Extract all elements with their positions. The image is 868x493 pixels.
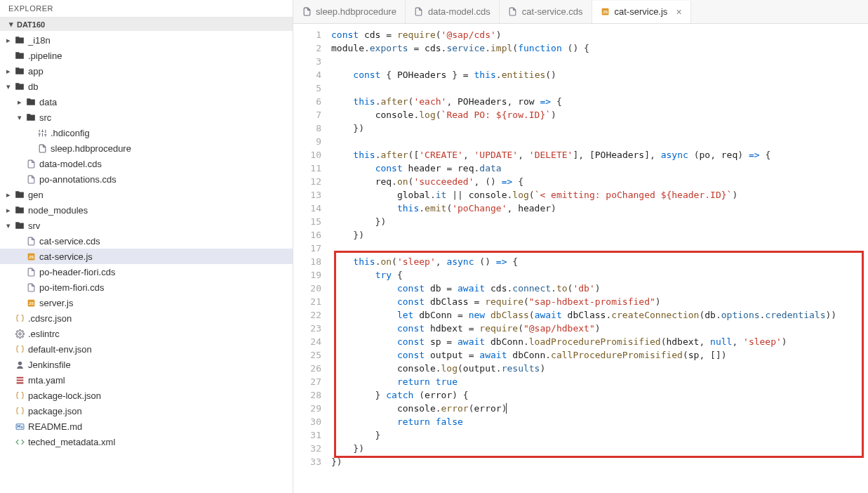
line-number: 6	[293, 95, 321, 108]
code-line[interactable]: this.after(['CREATE', 'UPDATE', 'DELETE'…	[331, 148, 862, 162]
chevron-right-icon: ▸	[3, 36, 14, 45]
tree-node[interactable]: ▾db	[0, 79, 293, 94]
code-line[interactable]: const output = await dbConn.callProcedur…	[331, 348, 862, 362]
js-icon: JS	[25, 252, 36, 261]
code-line[interactable]: global.it || console.log(`< emitting: po…	[331, 188, 862, 202]
line-number: 4	[293, 68, 321, 81]
code-line[interactable]: this.after('each', POHeaders, row => {	[331, 95, 862, 108]
file-icon	[36, 144, 48, 153]
editor-tab[interactable]: sleep.hdbprocedure	[293, 0, 406, 23]
tree-node[interactable]: README.md	[0, 419, 293, 434]
file-icon	[25, 237, 36, 246]
close-icon[interactable]: ×	[676, 6, 681, 18]
tree-node[interactable]: mta.yaml	[0, 372, 293, 388]
tree-node[interactable]: Jenkinsfile	[0, 357, 293, 372]
code-editor[interactable]: 1234567891011121314151617181920212223242…	[293, 24, 868, 493]
tree-node-label: .cdsrc.json	[28, 313, 72, 324]
code-line[interactable]	[331, 242, 862, 255]
tree-node-label: mta.yaml	[28, 375, 65, 386]
editor-tab[interactable]: JScat-service.js×	[592, 1, 691, 24]
line-number: 30	[293, 415, 321, 428]
code-line[interactable]: })	[331, 215, 862, 228]
code-line[interactable]: return false	[331, 415, 862, 428]
code-line[interactable]: console.error(error)	[331, 402, 862, 415]
tree-node-label: node_modules	[28, 205, 88, 216]
code-line[interactable]	[331, 135, 862, 148]
code-line[interactable]: console.log(`Read PO: ${row.ID}`)	[331, 108, 862, 121]
code-line[interactable]: })	[331, 442, 862, 455]
code-line[interactable]: })	[331, 228, 862, 242]
code-line[interactable]: const db = await cds.connect.to('db')	[331, 282, 862, 295]
svg-text:JS: JS	[28, 301, 33, 305]
tree-node[interactable]: cat-service.cds	[0, 233, 293, 249]
workspace-section-header[interactable]: ▾ DAT160	[0, 18, 293, 31]
tab-label: cat-service.cds	[522, 6, 583, 17]
tree-node[interactable]: data-model.cds	[0, 156, 293, 171]
editor-tab[interactable]: cat-service.cds	[500, 0, 592, 23]
tree-node[interactable]: teched_metadata.xml	[0, 434, 293, 449]
json-icon	[14, 407, 25, 416]
code-line[interactable]: this.emit('poChange', header)	[331, 202, 862, 215]
line-number: 8	[293, 121, 321, 135]
code-line[interactable]: })	[331, 121, 862, 135]
tree-node-label: .pipeline	[28, 51, 62, 61]
code-line[interactable]: const sp = await dbConn.loadProcedurePro…	[331, 335, 862, 348]
tree-node[interactable]: .eslintrc	[0, 326, 293, 341]
code-line[interactable]: try {	[331, 268, 862, 282]
line-number: 1	[293, 28, 321, 41]
tree-node[interactable]: .cdsrc.json	[0, 310, 293, 326]
tab-label: data-model.cds	[428, 6, 490, 17]
tree-node[interactable]: ▸node_modules	[0, 202, 293, 218]
code-line[interactable]: const hdbext = require("@sap/hdbext")	[331, 322, 862, 335]
tree-node[interactable]: ▸gen	[0, 187, 293, 202]
tree-node[interactable]: po-item-fiori.cds	[0, 280, 293, 295]
editor-tab[interactable]: data-model.cds	[406, 0, 500, 23]
tree-node-label: .hdiconfig	[51, 128, 90, 138]
tree-node-label: gen	[28, 190, 44, 200]
code-line[interactable]: const dbClass = require("sap-hdbext-prom…	[331, 295, 862, 308]
tree-node[interactable]: ▾srv	[0, 218, 293, 233]
tree-node[interactable]: default-env.json	[0, 341, 293, 357]
line-number: 12	[293, 175, 321, 188]
chevron-down-icon: ▾	[3, 221, 14, 230]
tree-node-label: server.js	[39, 298, 73, 308]
line-number: 27	[293, 375, 321, 388]
code-line[interactable]: })	[331, 455, 862, 468]
code-line[interactable]: console.log(output.results)	[331, 362, 862, 375]
code-line[interactable]: return true	[331, 375, 862, 388]
tree-node[interactable]: sleep.hdbprocedure	[0, 140, 293, 156]
tree-node[interactable]: .hdiconfig	[0, 125, 293, 140]
tree-node[interactable]: package-lock.json	[0, 388, 293, 403]
file-icon	[25, 159, 36, 169]
tree-node[interactable]: .pipeline	[0, 48, 293, 63]
code-line[interactable]: const cds = require('@sap/cds')	[331, 28, 862, 41]
code-line[interactable]: req.on('succeeded', () => {	[331, 175, 862, 188]
tree-node[interactable]: package.json	[0, 403, 293, 419]
code-line[interactable]: const { POHeaders } = this.entities()	[331, 68, 862, 81]
code-line[interactable]: }	[331, 428, 862, 442]
svg-text:JS: JS	[603, 10, 608, 14]
code-line[interactable]	[331, 81, 862, 95]
line-number: 23	[293, 322, 321, 335]
line-number: 2	[293, 41, 321, 55]
tree-node[interactable]: ▸app	[0, 63, 293, 79]
tree-node[interactable]: po-annotations.cds	[0, 171, 293, 187]
tree-node-label: src	[39, 112, 51, 123]
tree-node[interactable]: ▸data	[0, 94, 293, 110]
code-area[interactable]: const cds = require('@sap/cds')module.ex…	[331, 28, 868, 493]
code-line[interactable]: let dbConn = new dbClass(await dbClass.c…	[331, 308, 862, 322]
code-line[interactable]: module.exports = cds.service.impl(functi…	[331, 41, 862, 55]
tree-node[interactable]: JScat-service.js	[0, 249, 293, 264]
code-line[interactable]: this.on('sleep', async () => {	[331, 255, 862, 268]
line-number: 9	[293, 135, 321, 148]
code-line[interactable]: } catch (error) {	[331, 388, 862, 402]
code-line[interactable]	[331, 55, 862, 68]
gear-icon	[14, 329, 25, 338]
tree-node[interactable]: JSserver.js	[0, 295, 293, 310]
tree-node[interactable]: po-header-fiori.cds	[0, 264, 293, 280]
code-line[interactable]: const header = req.data	[331, 162, 862, 175]
svg-text:JS: JS	[28, 255, 33, 259]
tree-node[interactable]: ▸_i18n	[0, 32, 293, 48]
file-tree[interactable]: ▸_i18n.pipeline▸app▾db▸data▾src.hdiconfi…	[0, 31, 293, 493]
tree-node[interactable]: ▾src	[0, 110, 293, 125]
